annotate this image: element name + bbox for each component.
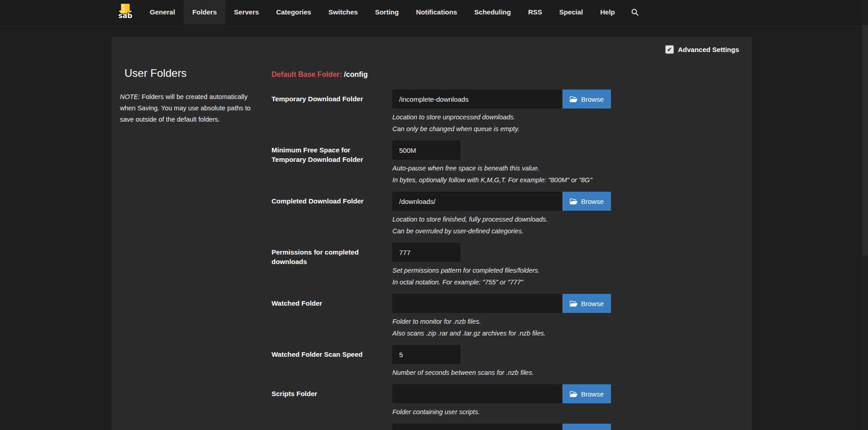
field-label: Completed Download Folder: [272, 192, 392, 237]
search-button[interactable]: [624, 0, 646, 24]
browse-button-label: Browse: [581, 390, 604, 398]
browse-button[interactable]: Browse: [563, 90, 611, 109]
browse-button[interactable]: Browse: [563, 192, 611, 211]
search-icon: [631, 8, 639, 16]
advanced-settings-label: Advanced Settings: [678, 46, 739, 53]
folder-open-icon: [570, 300, 577, 307]
nav-item-help[interactable]: Help: [591, 0, 624, 24]
scrollbar-track[interactable]: [862, 0, 868, 430]
help-line: Folder to monitor for .nzb files.: [392, 316, 643, 327]
nav-item-scheduling[interactable]: Scheduling: [466, 0, 520, 24]
browse-button-label: Browse: [581, 300, 604, 307]
field-label: Minimum Free Space for Temporary Downloa…: [272, 141, 392, 186]
field-help: Auto-pause when free space is beneath th…: [392, 162, 643, 186]
folders-config-panel: ✔ Advanced Settings User Folders NOTE: F…: [112, 37, 752, 430]
section-note: NOTE: Folders will be created automatica…: [120, 91, 256, 125]
nav-items: General Folders Servers Categories Switc…: [141, 0, 624, 24]
advanced-settings-toggle: ✔ Advanced Settings: [665, 45, 739, 54]
svg-text:sab: sab: [119, 11, 133, 19]
field-area: Browse Folder containing user-defined em…: [392, 424, 643, 430]
nav-item-notifications[interactable]: Notifications: [407, 0, 466, 24]
scripts-folder-input[interactable]: [392, 384, 562, 403]
nav-item-general[interactable]: General: [141, 0, 184, 24]
field-area: Browse Location to store unprocessed dow…: [392, 90, 643, 135]
field-area: Browse Folder to monitor for .nzb files.…: [392, 294, 643, 339]
form-row: Completed Download Folder Browse Locatio…: [272, 192, 643, 237]
field-label: Email Templates Folder: [272, 424, 392, 430]
default-base-folder: Default Base Folder: /config: [272, 71, 643, 79]
minimum-free-space-input[interactable]: [392, 141, 460, 160]
help-line: Can be overruled by user-defined categor…: [392, 225, 643, 237]
scrollbar-thumb[interactable]: [862, 25, 868, 255]
sabnzbd-logo[interactable]: sab: [116, 0, 135, 24]
form-row: Permissions for completed downloads Set …: [272, 243, 643, 288]
field-area: Browse Location to store finished, fully…: [392, 192, 643, 237]
field-help: Number of seconds between scans for .nzb…: [392, 367, 643, 378]
field-help: Set permissions pattern for completed fi…: [392, 265, 643, 288]
default-base-folder-label: Default Base Folder:: [272, 71, 342, 78]
completed-download-folder-input[interactable]: [392, 192, 562, 211]
field-label: Permissions for completed downloads: [272, 243, 392, 288]
field-label: Temporary Download Folder: [272, 90, 392, 135]
temporary-download-folder-input[interactable]: [392, 90, 562, 109]
folder-open-icon: [570, 198, 577, 205]
browse-button[interactable]: Browse: [563, 294, 611, 313]
folder-open-icon: [570, 96, 577, 103]
default-base-folder-value: /config: [344, 71, 367, 78]
page-title: User Folders: [124, 67, 256, 80]
form-row: Email Templates Folder Browse Folder con…: [272, 424, 643, 430]
help-line: Number of seconds between scans for .nzb…: [392, 367, 643, 378]
section-sidebar: User Folders NOTE: Folders will be creat…: [120, 67, 256, 132]
field-label: Watched Folder Scan Speed: [272, 345, 392, 378]
field-label: Scripts Folder: [272, 384, 392, 418]
field-area: Set permissions pattern for completed fi…: [392, 243, 643, 288]
form-row: Watched Folder Browse Folder to monitor …: [272, 294, 643, 339]
browse-button-label: Browse: [581, 198, 604, 205]
help-line: Also scans .zip .rar and .tar.gz archive…: [392, 327, 643, 339]
form-row: Scripts Folder Browse Folder containing …: [272, 384, 643, 418]
sab-arrow-icon: sab: [116, 2, 135, 23]
folders-form: Default Base Folder: /config Temporary D…: [272, 71, 643, 430]
email-templates-folder-input[interactable]: [392, 424, 562, 430]
nav-item-folders[interactable]: Folders: [184, 0, 225, 24]
field-help: Location to store finished, fully proces…: [392, 213, 643, 237]
scan-speed-input[interactable]: [392, 345, 460, 364]
note-text: Folders will be created automatically wh…: [120, 93, 251, 123]
help-line: Can only be changed when queue is empty.: [392, 123, 643, 135]
nav-item-servers[interactable]: Servers: [225, 0, 267, 24]
help-line: Location to store finished, fully proces…: [392, 213, 643, 225]
form-row: Minimum Free Space for Temporary Downloa…: [272, 141, 643, 186]
folder-open-icon: [570, 391, 577, 397]
browse-button-label: Browse: [581, 95, 604, 103]
field-help: Folder to monitor for .nzb files. Also s…: [392, 316, 643, 339]
help-line: Auto-pause when free space is beneath th…: [392, 162, 643, 174]
nav-item-switches[interactable]: Switches: [320, 0, 367, 24]
help-line: Location to store unprocessed downloads.: [392, 111, 643, 123]
help-line: Set permissions pattern for completed fi…: [392, 265, 643, 276]
help-line: In octal notation. For example: "755" or…: [392, 276, 643, 288]
form-row: Watched Folder Scan Speed Number of seco…: [272, 345, 643, 378]
checkmark-icon: ✔: [667, 47, 672, 52]
note-prefix: NOTE:: [120, 93, 140, 100]
form-row: Temporary Download Folder Browse Locatio…: [272, 90, 643, 135]
browse-button[interactable]: Browse: [563, 424, 611, 430]
permissions-input[interactable]: [392, 243, 460, 262]
field-help: Folder containing user scripts.: [392, 406, 643, 418]
nav-item-special[interactable]: Special: [551, 0, 592, 24]
nav-item-sorting[interactable]: Sorting: [367, 0, 408, 24]
advanced-settings-checkbox[interactable]: ✔: [665, 45, 674, 54]
field-area: Number of seconds between scans for .nzb…: [392, 345, 643, 378]
config-page: ✔ Advanced Settings User Folders NOTE: F…: [0, 24, 868, 430]
help-line: In bytes, optionally follow with K,M,G,T…: [392, 174, 643, 186]
field-area: Auto-pause when free space is beneath th…: [392, 141, 643, 186]
field-help: Location to store unprocessed downloads.…: [392, 111, 643, 135]
nav-item-categories[interactable]: Categories: [267, 0, 320, 24]
top-navbar: sab General Folders Servers Categories S…: [0, 0, 868, 24]
field-area: Browse Folder containing user scripts.: [392, 384, 643, 418]
help-line: Folder containing user scripts.: [392, 406, 643, 418]
browse-button[interactable]: Browse: [563, 384, 611, 403]
field-label: Watched Folder: [272, 294, 392, 339]
watched-folder-input[interactable]: [392, 294, 562, 313]
nav-item-rss[interactable]: RSS: [520, 0, 551, 24]
